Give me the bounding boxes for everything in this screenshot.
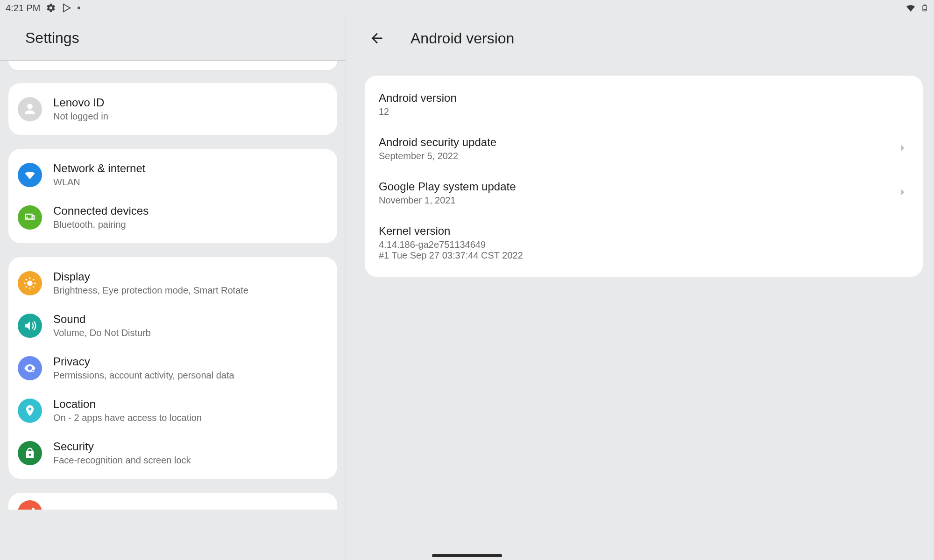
privacy-icon — [18, 356, 42, 380]
security-icon — [18, 441, 42, 465]
detail-pane: Android version Android version12Android… — [346, 16, 934, 560]
svg-point-3 — [26, 217, 28, 218]
row-text: SoundVolume, Do Not Disturb — [53, 313, 151, 338]
settings-list[interactable]: Lenovo ID Not logged in Network & intern… — [0, 61, 346, 560]
detail-item-title: Android version — [379, 91, 457, 105]
detail-row-kernel[interactable]: Kernel version4.14.186-ga2e751134649 #1 … — [365, 215, 923, 270]
detail-text: Android version12 — [379, 91, 457, 117]
gesture-nav-handle[interactable] — [432, 554, 502, 557]
detail-text: Android security updateSeptember 5, 2022 — [379, 136, 496, 161]
row-title: Sound — [53, 313, 151, 326]
row-subtitle: Bluetooth, pairing — [53, 219, 149, 230]
settings-row-security[interactable]: SecurityFace-recognition and screen lock — [8, 432, 337, 474]
status-time: 4:21 PM — [6, 3, 40, 14]
pen-icon — [18, 500, 42, 510]
row-subtitle: Volume, Do Not Disturb — [53, 328, 151, 338]
detail-row-android_version[interactable]: Android version12 — [365, 82, 923, 126]
row-title: Location — [53, 398, 202, 411]
location-icon — [18, 399, 42, 423]
settings-header: Settings — [0, 16, 346, 61]
svg-point-4 — [27, 280, 33, 286]
row-title: Network & internet — [53, 162, 145, 175]
row-text: Lenovo ID Not logged in — [53, 96, 108, 122]
lenovo-id-row[interactable]: Lenovo ID Not logged in — [8, 88, 337, 130]
settings-row-sound[interactable]: SoundVolume, Do Not Disturb — [8, 304, 337, 347]
wifi-icon — [905, 2, 916, 14]
display-icon — [18, 271, 42, 295]
row-subtitle: Brightness, Eye protection mode, Smart R… — [53, 285, 248, 296]
row-subtitle: Face-recognition and screen lock — [53, 455, 191, 466]
chevron-right-icon — [897, 142, 909, 156]
back-button[interactable] — [368, 29, 386, 48]
chevron-right-icon — [897, 186, 909, 200]
connected-icon — [18, 205, 42, 230]
avatar-icon — [18, 97, 42, 121]
status-left: 4:21 PM — [6, 3, 80, 14]
next-card-peek[interactable] — [8, 493, 337, 510]
row-text: DisplayBrightness, Eye protection mode, … — [53, 270, 248, 296]
detail-item-subtitle: September 5, 2022 — [379, 151, 496, 161]
detail-item-title: Google Play system update — [379, 180, 516, 193]
status-right — [905, 2, 928, 14]
play-store-icon — [62, 3, 72, 13]
row-title: Connected devices — [53, 204, 149, 217]
detail-item-subtitle: 12 — [379, 106, 457, 117]
battery-icon — [921, 2, 928, 14]
detail-item-subtitle: 4.14.186-ga2e751134649 #1 Tue Sep 27 03:… — [379, 239, 523, 261]
settings-title: Settings — [25, 29, 79, 47]
row-title: Display — [53, 270, 248, 283]
detail-item-subtitle: November 1, 2021 — [379, 195, 516, 206]
detail-item-title: Android security update — [379, 136, 496, 149]
detail-row-security_update[interactable]: Android security updateSeptember 5, 2022 — [365, 126, 923, 171]
row-title: Privacy — [53, 355, 234, 368]
row-title: Lenovo ID — [53, 96, 108, 109]
row-subtitle: WLAN — [53, 177, 145, 188]
row-title: Security — [53, 440, 191, 453]
detail-text: Kernel version4.14.186-ga2e751134649 #1 … — [379, 224, 523, 261]
device-card: DisplayBrightness, Eye protection mode, … — [8, 257, 337, 479]
detail-row-play_update[interactable]: Google Play system updateNovember 1, 202… — [365, 171, 923, 215]
settings-row-connected[interactable]: Connected devicesBluetooth, pairing — [8, 196, 337, 238]
row-subtitle: On - 2 apps have access to location — [53, 413, 202, 423]
row-text: LocationOn - 2 apps have access to locat… — [53, 398, 202, 423]
settings-row-display[interactable]: DisplayBrightness, Eye protection mode, … — [8, 262, 337, 304]
row-text: SecurityFace-recognition and screen lock — [53, 440, 191, 466]
detail-title: Android version — [410, 30, 514, 47]
svg-rect-1 — [924, 5, 926, 6]
sound-icon — [18, 314, 42, 338]
search-bar-peek[interactable] — [8, 61, 337, 70]
notification-dot-icon — [78, 7, 80, 9]
settings-master-pane: Settings Lenovo ID Not logged in Network… — [0, 16, 346, 560]
row-subtitle: Not logged in — [53, 111, 108, 122]
svg-rect-2 — [923, 9, 926, 11]
detail-card: Android version12Android security update… — [365, 76, 923, 277]
connectivity-card: Network & internetWLANConnected devicesB… — [8, 149, 337, 243]
settings-row-privacy[interactable]: PrivacyPermissions, account activity, pe… — [8, 347, 337, 389]
network-icon — [18, 163, 42, 187]
detail-item-title: Kernel version — [379, 224, 523, 238]
row-subtitle: Permissions, account activity, personal … — [53, 370, 234, 381]
settings-row-location[interactable]: LocationOn - 2 apps have access to locat… — [8, 389, 337, 432]
row-text: PrivacyPermissions, account activity, pe… — [53, 355, 234, 381]
detail-text: Google Play system updateNovember 1, 202… — [379, 180, 516, 206]
detail-header: Android version — [346, 16, 934, 61]
row-text: Network & internetWLAN — [53, 162, 145, 188]
svg-rect-6 — [32, 370, 34, 371]
row-text: Connected devicesBluetooth, pairing — [53, 204, 149, 230]
account-card: Lenovo ID Not logged in — [8, 83, 337, 135]
settings-row-network[interactable]: Network & internetWLAN — [8, 154, 337, 196]
gear-icon — [46, 3, 56, 13]
status-bar: 4:21 PM — [0, 0, 934, 16]
